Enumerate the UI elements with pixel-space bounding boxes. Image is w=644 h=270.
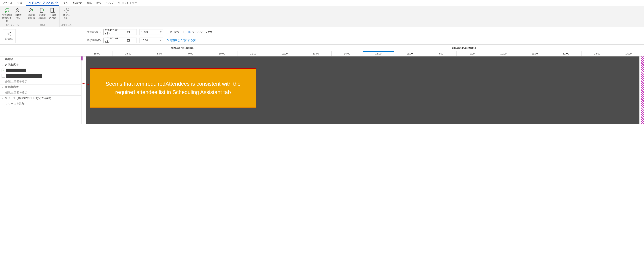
chevron-down-icon[interactable]: ⌄ bbox=[2, 97, 5, 100]
required-attendee-row[interactable]: ✓ bbox=[0, 68, 81, 73]
hour-cell: 13:00 bbox=[582, 51, 613, 56]
allday-checkbox[interactable]: 終日(Y) bbox=[166, 30, 178, 34]
tab-help[interactable]: ヘルプ bbox=[106, 1, 114, 6]
ribbon-group-label: スケジュール bbox=[6, 24, 19, 27]
recurrence-icon bbox=[166, 39, 169, 42]
hour-cell: 15:00 bbox=[362, 51, 394, 56]
svg-rect-7 bbox=[40, 8, 43, 13]
ribbon-group-label: 出席者 bbox=[39, 24, 46, 27]
scheduler-grid[interactable]: 2024年1月3日水曜日 2024年1月4日木曜日 15:0016:008:00… bbox=[81, 45, 644, 131]
hour-cell: 16:00 bbox=[394, 51, 425, 56]
hours-row: 15:0016:008:009:0010:0011:0012:0013:0014… bbox=[81, 51, 644, 56]
start-date-input[interactable]: 2024/01/03 (水) bbox=[104, 29, 137, 35]
hour-cell: 10:00 bbox=[206, 51, 238, 56]
attendee-panel: 出席者 ⌄ 必須出席者 ✓ 必須出席者を追加 ⌄ 任意出席者 任意出席者を追加 … bbox=[0, 45, 81, 131]
scheduler-body[interactable]: Seems that item.requiredAttendees is con… bbox=[81, 56, 644, 124]
find-room-button[interactable]: 会議室の検索 bbox=[48, 7, 58, 20]
out-of-range-block bbox=[641, 56, 644, 124]
date-header-day1: 2024年1月3日水曜日 bbox=[81, 46, 284, 51]
date-header: 2024年1月3日水曜日 2024年1月4日木曜日 bbox=[81, 46, 644, 51]
hour-cell: 12:00 bbox=[269, 51, 300, 56]
tell-me-placeholder: 何をしますか bbox=[122, 1, 137, 5]
ribbon-group-attendees: 出席者の追加 会議室の追加 会議室の検索 出席者 bbox=[25, 6, 60, 27]
checkbox-checked-icon[interactable]: ✓ bbox=[2, 69, 5, 72]
end-time-label: 終了時刻(E) bbox=[87, 39, 100, 42]
autopick-icon bbox=[15, 8, 21, 13]
add-room-button[interactable]: 会議室の追加 bbox=[37, 7, 47, 20]
start-time-input[interactable]: 15:00 ▾ bbox=[140, 29, 163, 35]
refresh-freebusy-button[interactable]: 空き時間情報を更新 bbox=[2, 7, 12, 23]
annotation-text: Seems that item.requiredAttendees is con… bbox=[98, 80, 248, 97]
add-optional-attendee[interactable]: 任意出席者を追加 bbox=[0, 90, 81, 95]
svg-line-12 bbox=[54, 12, 55, 13]
gear-icon bbox=[64, 8, 70, 13]
attendee-name-redacted bbox=[6, 69, 26, 72]
tab-file[interactable]: ファイル bbox=[2, 1, 13, 6]
recurrence-link[interactable]: 定期的な予定にする(A) bbox=[166, 39, 196, 42]
globe-icon bbox=[188, 30, 191, 34]
ribbon-group-schedule: 空き時間情報を更新 自動選択 スケジュール bbox=[0, 6, 25, 27]
timezones-checkbox[interactable]: タイム ゾーン(M) bbox=[184, 30, 212, 34]
hour-cell: 8:00 bbox=[144, 51, 175, 56]
hour-cell: 9:00 bbox=[175, 51, 206, 56]
add-attendee-button[interactable]: 出席者の追加 bbox=[26, 7, 36, 20]
tell-me-search[interactable]: 何をしますか bbox=[118, 1, 137, 5]
attendee-header: 出席者 bbox=[0, 56, 81, 62]
calendar-icon[interactable] bbox=[120, 29, 137, 35]
end-time-input[interactable]: 16:00 ▾ bbox=[140, 38, 163, 43]
resources-section[interactable]: ⌄ リソース (会議室や OHP などの器材) bbox=[0, 95, 81, 101]
svg-rect-14 bbox=[128, 31, 130, 33]
hour-cell: 8:00 bbox=[425, 51, 456, 56]
hour-cell: 14:00 bbox=[613, 51, 644, 56]
optional-attendees-section[interactable]: ⌄ 任意出席者 bbox=[0, 84, 81, 90]
tab-developer[interactable]: 開発 bbox=[96, 1, 102, 6]
send-icon bbox=[7, 32, 11, 36]
tab-meeting[interactable]: 会議 bbox=[17, 1, 22, 6]
search-room-icon bbox=[50, 8, 56, 13]
autopick-button[interactable]: 自動選択 bbox=[13, 7, 23, 20]
required-attendee-row[interactable] bbox=[0, 73, 81, 79]
svg-point-4 bbox=[30, 9, 32, 10]
ribbon: 空き時間情報を更新 自動選択 スケジュール 出席者の追加 会議室の追加 会議室の… bbox=[0, 6, 644, 27]
chevron-down-icon[interactable]: ⌄ bbox=[2, 64, 5, 66]
add-person-icon bbox=[28, 8, 34, 13]
dropdown-caret-icon: ▾ bbox=[160, 30, 162, 33]
hour-cell: 13:00 bbox=[300, 51, 332, 56]
calendar-icon[interactable] bbox=[120, 38, 137, 43]
hour-cell: 10:00 bbox=[488, 51, 519, 56]
options-button[interactable]: オプション bbox=[62, 7, 72, 20]
svg-rect-10 bbox=[51, 8, 54, 13]
svg-rect-19 bbox=[128, 39, 130, 41]
svg-point-0 bbox=[118, 2, 120, 3]
start-time-label: 開始時刻(T) bbox=[87, 30, 100, 34]
add-resource[interactable]: リソースを追加 bbox=[0, 101, 81, 106]
add-room-icon bbox=[39, 8, 45, 13]
hour-cell: 15:00 bbox=[81, 51, 112, 56]
add-required-attendee[interactable]: 必須出席者を追加 bbox=[0, 79, 81, 84]
ribbon-group-options: オプション オプション bbox=[60, 6, 74, 27]
selected-slot-marker bbox=[363, 51, 394, 52]
chevron-down-icon[interactable]: ⌄ bbox=[2, 86, 5, 88]
end-date-input[interactable]: 2024/01/03 (水) bbox=[104, 38, 137, 43]
attendee-name-redacted bbox=[6, 74, 42, 78]
tab-format[interactable]: 書式設定 bbox=[72, 1, 83, 6]
refresh-icon bbox=[4, 8, 10, 13]
tab-scheduling-assistant[interactable]: スケジュール アシスタント bbox=[26, 0, 59, 6]
hour-cell: 9:00 bbox=[456, 51, 488, 56]
dropdown-caret-icon: ▾ bbox=[160, 39, 162, 42]
date-header-day2: 2024年1月4日木曜日 bbox=[284, 46, 644, 51]
annotation-callout: Seems that item.requiredAttendees is con… bbox=[90, 68, 256, 108]
ribbon-group-label: オプション bbox=[61, 24, 72, 27]
tab-insert[interactable]: 挿入 bbox=[62, 1, 68, 6]
checkbox-icon bbox=[166, 31, 169, 33]
checkbox-icon[interactable] bbox=[2, 74, 5, 78]
hour-cell: 12:00 bbox=[550, 51, 582, 56]
scheduler-main: 出席者 ⌄ 必須出席者 ✓ 必須出席者を追加 ⌄ 任意出席者 任意出席者を追加 … bbox=[0, 45, 644, 131]
dropdown-caret-icon bbox=[68, 17, 70, 19]
dropdown-caret-icon bbox=[19, 17, 20, 19]
meeting-controls: 送信(S) 開始時刻(T) 2024/01/03 (水) 15:00 ▾ 終日(… bbox=[0, 27, 644, 45]
tab-review[interactable]: 校閲 bbox=[86, 1, 92, 6]
checkbox-icon bbox=[184, 31, 186, 33]
required-attendees-section[interactable]: ⌄ 必須出席者 bbox=[0, 62, 81, 68]
send-button[interactable]: 送信(S) bbox=[3, 29, 16, 43]
